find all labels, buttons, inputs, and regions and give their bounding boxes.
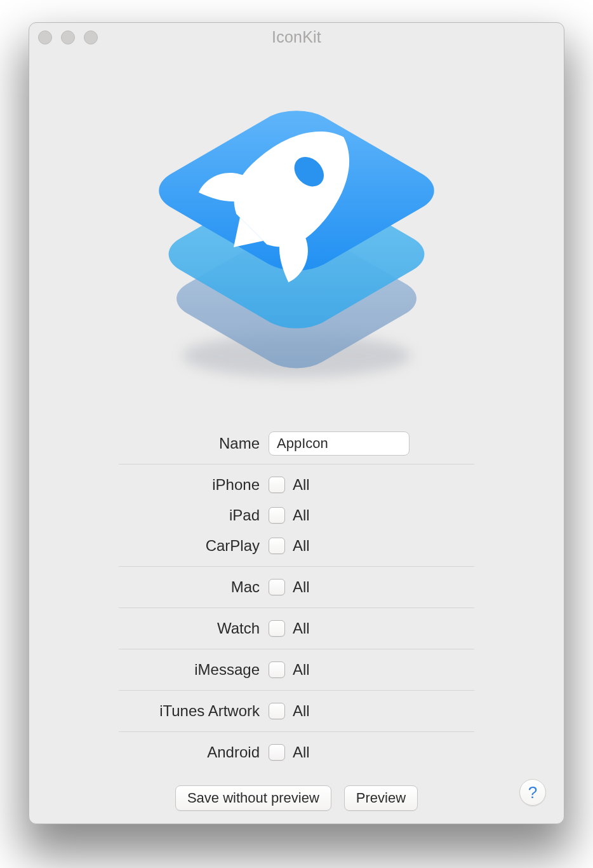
ipad-label: iPad <box>119 506 269 524</box>
mac-checkbox[interactable] <box>269 579 285 595</box>
titlebar: IconKit <box>29 23 564 51</box>
divider <box>119 690 474 691</box>
watch-checkbox[interactable] <box>269 620 285 637</box>
carplay-row: CarPlay All <box>119 531 474 561</box>
carplay-checkbox[interactable] <box>269 538 285 554</box>
android-all-label: All <box>293 743 310 761</box>
itunes-label: iTunes Artwork <box>119 702 269 720</box>
minimize-icon[interactable] <box>61 31 75 44</box>
divider <box>119 649 474 649</box>
android-checkbox[interactable] <box>269 744 285 761</box>
itunes-row: iTunes Artwork All <box>119 696 474 726</box>
watch-label: Watch <box>119 620 269 637</box>
preview-button[interactable]: Preview <box>344 785 418 811</box>
divider <box>119 731 474 732</box>
itunes-checkbox[interactable] <box>269 703 285 719</box>
iphone-label: iPhone <box>119 476 269 494</box>
divider <box>119 607 474 608</box>
imessage-row: iMessage All <box>119 654 474 685</box>
imessage-checkbox[interactable] <box>269 661 285 678</box>
divider <box>119 566 474 567</box>
help-button[interactable]: ? <box>519 779 546 806</box>
android-row: Android All <box>119 737 474 768</box>
imessage-all-label: All <box>293 661 310 679</box>
app-window: IconKit <box>29 22 564 824</box>
close-icon[interactable] <box>38 31 52 44</box>
export-form: Name iPhone All iPad All <box>119 428 474 811</box>
app-icon-preview <box>29 51 564 407</box>
ipad-all-label: All <box>293 506 310 524</box>
watch-row: Watch All <box>119 613 474 644</box>
carplay-label: CarPlay <box>119 537 269 555</box>
mac-label: Mac <box>119 578 269 596</box>
save-without-preview-button[interactable]: Save without preview <box>175 785 331 811</box>
carplay-all-label: All <box>293 537 310 555</box>
action-buttons: Save without preview Preview <box>119 785 474 811</box>
divider <box>119 464 474 465</box>
iphone-row: iPhone All <box>119 470 474 500</box>
iphone-all-label: All <box>293 476 310 494</box>
android-label: Android <box>119 743 269 761</box>
mac-all-label: All <box>293 578 310 596</box>
ipad-row: iPad All <box>119 500 474 531</box>
name-input[interactable] <box>269 431 410 456</box>
name-row: Name <box>119 428 474 459</box>
help-icon: ? <box>528 783 537 803</box>
ipad-checkbox[interactable] <box>269 507 285 524</box>
mac-row: Mac All <box>119 572 474 602</box>
iphone-checkbox[interactable] <box>269 477 285 493</box>
name-label: Name <box>119 435 269 452</box>
rocket-stack-icon <box>144 64 449 394</box>
window-title: IconKit <box>29 28 564 46</box>
watch-all-label: All <box>293 620 310 637</box>
traffic-lights <box>38 31 98 44</box>
zoom-icon[interactable] <box>84 31 98 44</box>
imessage-label: iMessage <box>119 661 269 679</box>
itunes-all-label: All <box>293 702 310 720</box>
